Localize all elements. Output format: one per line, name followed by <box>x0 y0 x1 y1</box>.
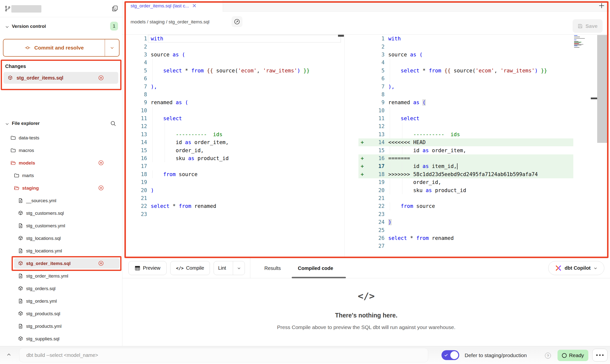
file-item-stg_order_items.sql[interactable]: stg_order_items.sql <box>0 257 122 270</box>
file-item-stg_products.yml[interactable]: stg_products.yml <box>0 320 122 332</box>
code-line[interactable]: 16 sku as product_id <box>122 154 344 162</box>
code-line[interactable]: 22 from source <box>358 202 573 210</box>
code-line[interactable]: 20 sku as product_id <box>358 186 573 194</box>
file-item-staging[interactable]: staging <box>0 182 122 194</box>
pane-divider[interactable] <box>344 35 345 258</box>
code-line[interactable]: 1with <box>122 35 344 43</box>
command-input[interactable]: dbt build --select <model_name> <box>19 348 428 362</box>
dbt-copilot-button[interactable]: dbt Copilot <box>548 261 604 275</box>
code-line[interactable]: 21 <box>122 194 344 202</box>
code-line[interactable]: 11 select <box>122 115 344 122</box>
code-line[interactable]: 20) <box>122 186 344 194</box>
code-line[interactable]: 5 select * from {{ source('ecom', 'raw_i… <box>122 67 344 75</box>
code-line[interactable]: 25 <box>358 226 573 234</box>
help-icon[interactable]: ? <box>545 353 551 359</box>
code-line[interactable]: 7), <box>122 83 344 90</box>
diff-pane-modified[interactable]: 1with23source as (45 select * from {{ so… <box>358 35 573 250</box>
code-line[interactable]: 19 <box>122 178 344 186</box>
code-line[interactable]: 12 <box>358 122 573 130</box>
code-line[interactable]: +14<<<<<<< HEAD <box>358 138 573 146</box>
search-icon[interactable] <box>110 120 116 127</box>
code-line[interactable]: 8 <box>122 91 344 99</box>
code-line[interactable]: 10 <box>122 107 344 115</box>
code-line[interactable]: 2 <box>122 43 344 50</box>
lint-dropdown-button[interactable] <box>233 261 245 275</box>
minimap[interactable] <box>574 35 589 50</box>
code-line[interactable]: 21 <box>358 194 573 202</box>
chevron-up-icon[interactable] <box>6 352 12 358</box>
code-line[interactable]: 18 from source <box>122 170 344 178</box>
new-tab-icon[interactable] <box>598 2 605 9</box>
code-line[interactable]: 10 <box>358 107 573 115</box>
file-item-stg_customers.yml[interactable]: stg_customers.yml <box>0 219 122 232</box>
branch-name-redacted[interactable] <box>11 5 41 13</box>
code-line[interactable]: 1with <box>358 35 573 43</box>
more-options-button[interactable] <box>592 349 608 362</box>
code-line[interactable]: 27 <box>358 242 573 250</box>
code-line[interactable]: 17 <box>122 162 344 170</box>
defer-toggle[interactable] <box>441 350 459 360</box>
code-line[interactable]: 24) <box>358 218 573 226</box>
code-line[interactable]: 2 <box>358 43 573 50</box>
git-branch-icon[interactable] <box>4 5 11 12</box>
code-line[interactable]: 15 id as order_item, <box>358 146 573 154</box>
code-line[interactable]: 5 select * from {{ source('ecom', 'raw_i… <box>358 67 573 75</box>
code-line[interactable]: 15 order_id, <box>122 146 344 154</box>
left-pane-scrollbar-thumb[interactable] <box>338 35 344 37</box>
code-line[interactable]: 13 ---------- ids <box>358 131 573 138</box>
code-line[interactable]: +16======= <box>358 154 573 162</box>
file-item-stg_orders.yml[interactable]: stg_orders.yml <box>0 295 122 307</box>
copy-icon[interactable] <box>111 5 118 12</box>
code-line[interactable]: 11 select <box>358 115 573 122</box>
file-item-data-tests[interactable]: data-tests <box>0 132 122 144</box>
tab-stg-order-items[interactable]: stg_order_items.sql (last c... ✕ <box>122 0 223 12</box>
code-line[interactable]: 9renamed as ( <box>122 99 344 106</box>
tab-results[interactable]: Results <box>264 258 281 278</box>
file-item-stg_supplies.sql[interactable]: stg_supplies.sql <box>0 332 122 345</box>
tab-compiled-code[interactable]: Compiled code <box>298 258 333 278</box>
file-item-stg_customers.sql[interactable]: stg_customers.sql <box>0 207 122 219</box>
file-item-stg_orders.sql[interactable]: stg_orders.sql <box>0 282 122 295</box>
file-explorer-header[interactable]: File explorer <box>0 119 122 128</box>
code-line[interactable]: 19 order_id, <box>358 178 573 186</box>
code-line[interactable]: 3source as ( <box>358 51 573 59</box>
preview-button[interactable]: Preview <box>128 261 167 275</box>
tab-close-icon[interactable]: ✕ <box>192 3 197 9</box>
lineage-compass-icon[interactable] <box>232 16 242 27</box>
commit-dropdown-button[interactable] <box>105 39 119 56</box>
code-line[interactable]: 7), <box>358 83 573 90</box>
ready-status-button[interactable]: Ready <box>558 350 588 361</box>
file-item-models[interactable]: models <box>0 157 122 169</box>
file-item-stg_order_items.yml[interactable]: stg_order_items.yml <box>0 270 122 282</box>
diff-pane-original[interactable]: 1with23source as (45 select * from {{ so… <box>122 35 344 218</box>
code-line[interactable]: +17 id as item_id, <box>358 162 573 170</box>
code-line[interactable]: 3source as ( <box>122 51 344 59</box>
version-control-header[interactable]: Version control 1 <box>0 22 122 31</box>
code-line[interactable]: 4 <box>358 59 573 66</box>
changed-file-stg_order_items.sql[interactable]: stg_order_items.sql <box>3 72 118 84</box>
file-item-stg_locations.yml[interactable]: stg_locations.yml <box>0 245 122 257</box>
code-line[interactable]: +18>>>>>>> 58c1dd23d5eebd9cd2495fa7124ab… <box>358 170 573 178</box>
code-line[interactable]: 6 <box>122 75 344 83</box>
file-item-marts[interactable]: marts <box>0 169 122 182</box>
code-line[interactable]: 13 ---------- ids <box>122 131 344 138</box>
file-item-stg_products.sql[interactable]: stg_products.sql <box>0 307 122 320</box>
code-line[interactable]: 23 <box>122 210 344 218</box>
code-line[interactable]: 22select * from renamed <box>122 202 344 210</box>
compile-button[interactable]: </> Compile <box>170 261 210 275</box>
code-line[interactable]: 4 <box>122 59 344 66</box>
code-line[interactable]: 6 <box>358 75 573 83</box>
code-line[interactable]: 9renamed as ( <box>358 99 573 106</box>
file-item-macros[interactable]: macros <box>0 144 122 157</box>
code-line[interactable]: 14 id as order_item, <box>122 138 344 146</box>
code-line[interactable]: 12 <box>122 122 344 130</box>
code-line[interactable]: 8 <box>358 91 573 99</box>
save-button[interactable]: Save <box>573 19 603 33</box>
code-line[interactable]: 26select * from renamed <box>358 234 573 242</box>
editor-scrollbar-thumb[interactable] <box>597 35 608 143</box>
file-item-stg_locations.sql[interactable]: stg_locations.sql <box>0 232 122 245</box>
file-item-__sources.yml[interactable]: __sources.yml <box>0 194 122 207</box>
commit-and-resolve-button[interactable]: Commit and resolve <box>3 39 119 57</box>
code-line[interactable]: 23 <box>358 210 573 218</box>
lint-button[interactable]: Lint <box>214 261 245 275</box>
